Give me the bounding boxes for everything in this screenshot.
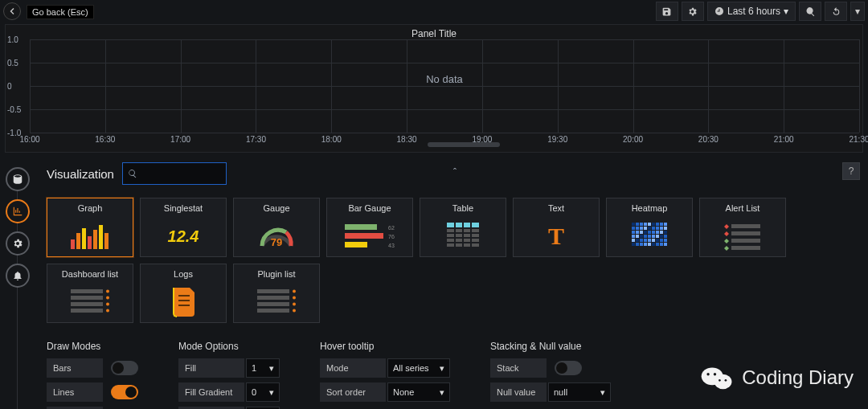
svg-rect-29 [660, 223, 663, 226]
gear-icon [687, 6, 698, 17]
viz-card-label: Text [548, 203, 564, 213]
fill-select[interactable]: 1▾ [246, 358, 280, 378]
svg-rect-36 [652, 227, 655, 230]
svg-rect-12 [345, 242, 367, 247]
svg-rect-37 [656, 227, 659, 230]
null-value-label: Null value [490, 382, 547, 402]
viz-card-heatmap[interactable]: Heatmap [606, 198, 693, 257]
svg-rect-22 [632, 223, 635, 226]
svg-rect-26 [648, 223, 651, 226]
draw-modes-title: Draw Modes [47, 341, 138, 352]
viz-card-icon [69, 216, 111, 256]
tab-general[interactable] [6, 231, 30, 256]
panel-chart[interactable]: No data -1.0-0.500.51.016:0016:3017:0017… [30, 39, 859, 144]
svg-rect-41 [636, 231, 639, 234]
svg-rect-44 [648, 231, 651, 234]
fill-gradient-select[interactable]: 0▾ [246, 382, 280, 402]
help-button[interactable]: ? [842, 162, 860, 180]
viz-card-label: Table [452, 203, 473, 213]
tooltip-mode-label: Mode [320, 358, 386, 378]
svg-rect-23 [636, 223, 639, 226]
chevron-down-icon: ▾ [269, 363, 274, 374]
tab-queries[interactable] [6, 167, 30, 191]
svg-point-94 [293, 297, 296, 300]
viz-search-input[interactable] [141, 168, 213, 179]
stack-label: Stack [490, 358, 547, 378]
time-range-picker[interactable]: Last 6 hours ▾ [707, 2, 796, 21]
tab-visualization[interactable] [6, 199, 30, 223]
svg-rect-27 [652, 223, 655, 226]
viz-card-bar-gauge[interactable]: Bar Gauge627643 [326, 198, 413, 257]
tooltip-mode-select[interactable]: All series▾ [387, 358, 450, 378]
hover-tooltip-title: Hover tooltip [320, 341, 450, 352]
chevron-down-icon: ▾ [269, 387, 274, 398]
settings-button[interactable] [682, 2, 704, 21]
svg-rect-39 [664, 227, 667, 230]
panel-title: Panel Title [6, 25, 862, 39]
viz-card-text[interactable]: TextT [513, 198, 600, 257]
svg-rect-5 [99, 225, 103, 249]
viz-search[interactable] [122, 162, 227, 185]
back-button[interactable]: Go back (Esc) [3, 2, 21, 20]
zoom-out-button[interactable] [799, 2, 821, 21]
svg-text:62: 62 [388, 225, 395, 231]
save-button[interactable] [656, 2, 678, 21]
svg-rect-93 [257, 296, 289, 300]
fill-label: Fill [178, 358, 244, 378]
svg-rect-77 [731, 231, 760, 235]
viz-card-icon: T [548, 216, 564, 256]
svg-rect-0 [71, 239, 75, 249]
panel: Panel Title No data -1.0-0.500.51.016:00… [5, 24, 863, 153]
null-value-select[interactable]: null▾ [548, 382, 611, 402]
svg-rect-95 [257, 302, 289, 306]
svg-rect-70 [644, 243, 647, 246]
viz-card-icon [632, 216, 667, 256]
viz-card-icon [722, 216, 764, 256]
bars-toggle[interactable] [111, 361, 138, 375]
lines-label: Lines [47, 382, 103, 402]
svg-rect-72 [652, 243, 655, 246]
collapse-toggle[interactable]: ˆ [453, 167, 457, 178]
svg-rect-45 [652, 231, 655, 234]
svg-rect-58 [632, 239, 635, 242]
svg-rect-30 [664, 223, 667, 226]
svg-point-92 [293, 290, 296, 293]
svg-rect-8 [345, 224, 377, 230]
mode-options-title: Mode Options [178, 341, 280, 352]
svg-rect-62 [648, 239, 651, 242]
svg-rect-48 [664, 231, 667, 234]
refresh-icon [831, 6, 841, 17]
svg-rect-10 [345, 233, 383, 239]
svg-rect-57 [664, 235, 667, 238]
viz-card-plugin-list[interactable]: Plugin list [233, 264, 320, 323]
sort-order-select[interactable]: None▾ [387, 382, 450, 402]
tab-alert[interactable] [6, 264, 30, 288]
gear-icon [12, 238, 23, 249]
svg-rect-51 [640, 235, 643, 238]
refresh-interval-button[interactable]: ▾ [850, 2, 865, 21]
clock-icon [714, 6, 724, 16]
svg-rect-49 [632, 235, 635, 238]
svg-point-98 [293, 309, 296, 313]
viz-card-singlestat[interactable]: Singlestat12.4 [140, 198, 227, 257]
svg-rect-68 [636, 243, 639, 246]
viz-card-table[interactable]: Table [420, 198, 506, 257]
bars-label: Bars [47, 358, 103, 378]
svg-rect-78 [731, 239, 760, 243]
svg-rect-56 [660, 235, 663, 238]
chevron-down-icon: ▾ [440, 387, 444, 398]
refresh-button[interactable] [825, 2, 847, 21]
svg-rect-38 [660, 227, 663, 230]
svg-rect-73 [656, 243, 659, 246]
lines-toggle[interactable] [111, 385, 138, 399]
viz-card-logs[interactable]: Logs [140, 264, 227, 323]
viz-card-dashboard-list[interactable]: Dashboard list [47, 264, 133, 323]
viz-card-graph[interactable]: Graph [47, 198, 133, 257]
viz-card-alert-list[interactable]: Alert List [699, 198, 786, 257]
svg-rect-91 [257, 289, 289, 293]
chevron-down-icon: ▾ [600, 387, 605, 398]
stack-toggle[interactable] [555, 361, 582, 375]
svg-rect-42 [640, 231, 643, 234]
viz-card-label: Bar Gauge [348, 203, 391, 213]
viz-card-gauge[interactable]: Gauge79 [233, 198, 320, 257]
